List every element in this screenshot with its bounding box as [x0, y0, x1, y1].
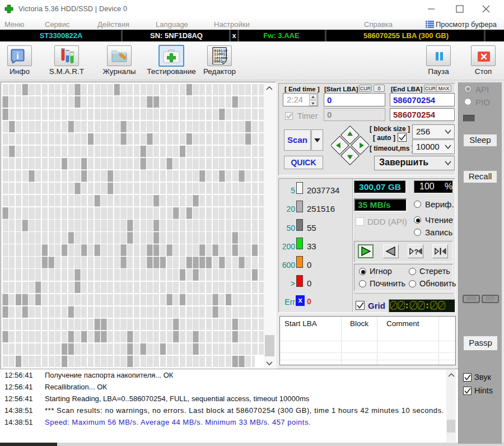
svg-text:i: i — [16, 51, 19, 61]
svg-text:0001: 0001 — [214, 59, 223, 64]
svg-text:?: ? — [414, 248, 419, 256]
